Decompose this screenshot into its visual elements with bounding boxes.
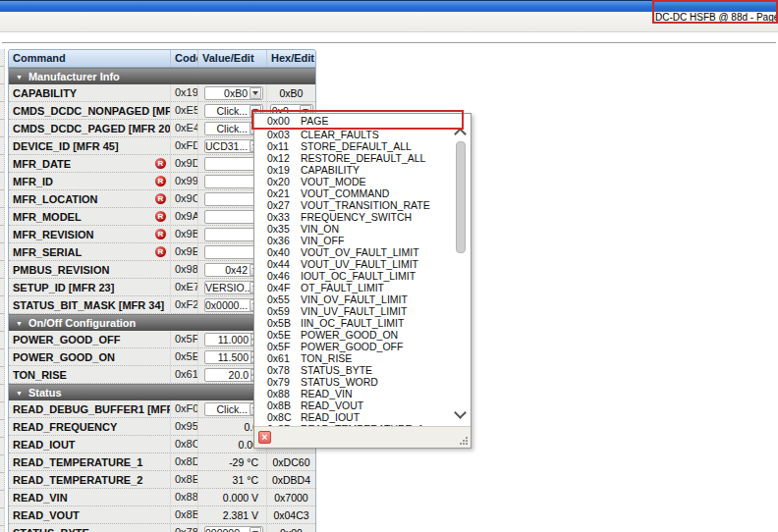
dropdown-item[interactable]: 0x55VIN_OV_FAULT_LIMIT	[254, 293, 471, 305]
error-icon: R	[155, 211, 166, 222]
hex-cell: 0x04C3	[266, 506, 315, 523]
dropdown-item[interactable]: 0x36VIN_OFF	[254, 235, 471, 246]
dropdown-item[interactable]: 0x5FPOWER_GOOD_OFF	[254, 341, 471, 352]
hex-value: 0xB0	[280, 87, 304, 99]
dropdown-item[interactable]: 0x79STATUS_WORD	[254, 376, 471, 388]
hex-cell: 0xDBD4	[266, 471, 315, 488]
dropdown-item[interactable]: 0x03CLEAR_FAULTS	[254, 129, 471, 140]
hex-value: 0xDBD4	[272, 474, 310, 486]
scrollbar-thumb[interactable]	[456, 141, 466, 253]
code-cell: 0xFD	[170, 137, 197, 154]
combobox-value: 0x42	[205, 264, 250, 276]
command-cell: MFR_LOCATIONR	[9, 190, 170, 207]
combobox-value: Click...	[205, 403, 250, 415]
combobox-value: VERSIO...	[205, 282, 250, 293]
table-row[interactable]: READ_TEMPERATURE_20x8E31 °C0xDBD4	[9, 471, 315, 489]
collapse-triangle-icon: ▼	[16, 74, 23, 80]
item-code: 0x40	[254, 246, 301, 258]
column-header-value-edit[interactable]: Value/Edit	[197, 50, 266, 67]
command-cell: DEVICE_ID [MFR 45]	[9, 137, 170, 154]
hex-cell: 0x00	[266, 524, 315, 532]
dropdown-item[interactable]: 0x19CAPABILITY	[254, 164, 471, 176]
command-name: CMDS_DCDC_PAGED [MFR 20]	[13, 123, 170, 134]
item-label: IIN_OC_FAULT_LIMIT	[301, 317, 471, 329]
code-cell: 0x9C	[170, 190, 197, 207]
dropdown-item[interactable]: 0x59VIN_UV_FAULT_LIMIT	[254, 305, 471, 317]
command-name: STATUS_BYTE	[13, 527, 170, 532]
dropdown-item[interactable]: 0x12RESTORE_DEFAULT_ALL	[254, 152, 471, 164]
section-header[interactable]: ▼Manufacturer Info	[9, 68, 315, 84]
dropdown-item[interactable]: 0x11STORE_DEFAULT_ALL	[254, 140, 471, 152]
dropdown-item[interactable]: 0x88READ_VIN	[254, 388, 471, 399]
chevron-down-icon[interactable]	[250, 87, 261, 99]
value-combobox[interactable]: 0xB0	[204, 86, 263, 100]
item-label: TON_RISE	[301, 352, 471, 364]
resize-grip-icon[interactable]	[459, 436, 469, 446]
dropdown-item[interactable]: 0x5BIIN_OC_FAULT_LIMIT	[254, 317, 471, 329]
dropdown-item[interactable]: 0x61TON_RISE	[254, 352, 471, 364]
command-name: POWER_GOOD_OFF	[13, 334, 170, 346]
item-label: RESTORE_DEFAULT_ALL	[301, 152, 471, 164]
code-cell: 0xE7	[170, 279, 197, 295]
dropdown-item[interactable]: 0x5EPOWER_GOOD_ON	[254, 329, 471, 341]
column-header-hex-edit[interactable]: Hex/Edit	[266, 50, 315, 67]
dropdown-selected-item[interactable]: 0x00 PAGE	[254, 114, 471, 128]
code-cell: 0x5E	[170, 348, 197, 365]
readonly-value: -29 °C	[229, 456, 266, 468]
device-page-selector[interactable]: DC-DC HSFB @ 88d - Page 0x0	[655, 12, 774, 23]
column-header-code[interactable]: Code	[170, 50, 197, 67]
value-cell: 31 °C	[197, 471, 266, 488]
command-cell: CMDS_DCDC_NONPAGED [MFR 21]	[9, 102, 170, 119]
item-code: 0x27	[254, 199, 301, 211]
dropdown-item[interactable]: 0x46IOUT_OC_FAULT_LIMIT	[254, 270, 471, 282]
dropdown-item[interactable]: 0x20VOUT_MODE	[254, 176, 471, 187]
code-cell: 0xE4	[170, 120, 197, 136]
item-label: READ_IOUT	[301, 411, 471, 423]
readonly-value: 2.381 V	[223, 509, 266, 521]
command-cell: MFR_DATER	[9, 155, 170, 172]
dropdown-item[interactable]: 0x78STATUS_BYTE	[254, 364, 471, 376]
item-label: PAGE	[301, 115, 471, 127]
item-label: READ_VOUT	[301, 399, 471, 411]
dropdown-item[interactable]: 0x35VIN_ON	[254, 223, 471, 235]
column-header-command[interactable]: Command	[9, 50, 170, 67]
value-combobox[interactable]: 000000...	[204, 526, 263, 532]
table-row[interactable]: READ_TEMPERATURE_10x8D-29 °C0xDC60	[9, 453, 315, 471]
dropdown-item[interactable]: 0x21VOUT_COMMAND	[254, 187, 471, 199]
item-code: 0x46	[254, 270, 301, 282]
command-cell: SETUP_ID [MFR 23]	[9, 279, 170, 295]
item-label: VIN_UV_FAULT_LIMIT	[301, 305, 471, 317]
item-code: 0x78	[254, 364, 301, 376]
table-row[interactable]: STATUS_BYTE0x78000000...0x00	[9, 524, 315, 532]
table-row[interactable]: CAPABILITY0x190xB00xB0	[9, 84, 315, 102]
table-row[interactable]: READ_VIN0x880.000 V0x7000	[9, 489, 315, 506]
dropdown-item[interactable]: 0x27VOUT_TRANSITION_RATE	[254, 199, 471, 211]
command-cell: READ_DEBUG_BUFFER1 [MFR 32]	[9, 400, 170, 417]
item-code: 0x44	[254, 258, 301, 270]
command-name: READ_IOUT	[13, 439, 170, 451]
dropdown-item[interactable]: 0x33FREQUENCY_SWITCH	[254, 211, 471, 223]
item-code: 0x36	[254, 235, 301, 246]
table-row[interactable]: READ_VOUT0x8B2.381 V0x04C3	[9, 506, 315, 524]
dropdown-item[interactable]: 0x40VOUT_OV_FAULT_LIMIT	[254, 246, 471, 258]
item-code: 0x33	[254, 211, 301, 223]
item-code: 0x11	[254, 140, 301, 152]
dropdown-item[interactable]: 0x4FOT_FAULT_LIMIT	[254, 282, 471, 293]
item-label: POWER_GOOD_OFF	[301, 341, 471, 352]
code-cell: 0x9B	[170, 226, 197, 242]
item-label: VOUT_TRANSITION_RATE	[301, 199, 471, 211]
section-label: On/Off Configuration	[28, 317, 136, 329]
dropdown-item[interactable]: 0x8CREAD_IOUT	[254, 411, 471, 423]
hex-cell: 0x7000	[266, 489, 315, 505]
dropdown-item-list: 0x03CLEAR_FAULTS0x11STORE_DEFAULT_ALL0x1…	[254, 129, 471, 423]
value-cell: 000000...	[197, 524, 266, 532]
command-cell: STATUS_BIT_MASK [MFR 34]	[9, 296, 170, 313]
close-icon[interactable]: ×	[258, 431, 271, 444]
command-cell: CAPABILITY	[9, 84, 170, 101]
dropdown-footer: ×	[254, 426, 471, 448]
item-label: VOUT_MODE	[301, 176, 471, 187]
command-cell: READ_FREQUENCY	[9, 418, 170, 435]
dropdown-item[interactable]: 0x8BREAD_VOUT	[254, 399, 471, 411]
chevron-down-icon[interactable]	[250, 527, 261, 532]
dropdown-item[interactable]: 0x44VOUT_UV_FAULT_LIMIT	[254, 258, 471, 270]
